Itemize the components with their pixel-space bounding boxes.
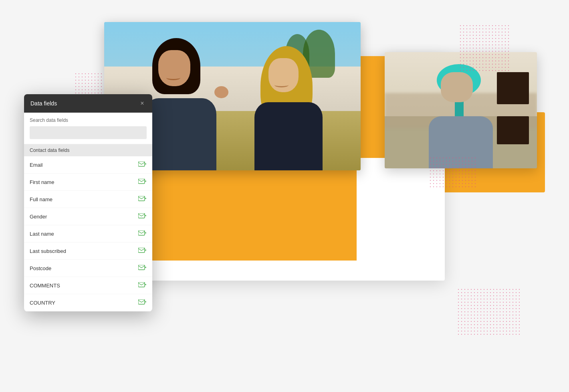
woman-blonde-body [254, 102, 323, 170]
item-label-country: COUNTRY [30, 300, 55, 306]
add-icon-country[interactable] [138, 299, 147, 306]
svg-rect-12 [138, 230, 145, 235]
list-item-full-name[interactable]: Full name [24, 191, 152, 208]
add-icon-last-name[interactable] [138, 230, 147, 237]
list-item-email[interactable]: Email [24, 156, 152, 174]
item-label-gender: Gender [30, 214, 47, 220]
svg-rect-15 [138, 248, 145, 253]
dark-block-top-right [497, 72, 529, 104]
smile-dark [166, 75, 180, 80]
panel-section-header: Contact data fields [24, 144, 152, 156]
item-label-postcode: Postcode [30, 265, 51, 271]
svg-rect-24 [138, 299, 145, 304]
list-item-last-subscribed[interactable]: Last subscribed [24, 242, 152, 260]
list-item-comments[interactable]: COMMENTS [24, 277, 152, 294]
add-icon-gender[interactable] [138, 213, 147, 220]
search-label: Search data fields [30, 117, 147, 123]
list-item-first-name[interactable]: First name [24, 174, 152, 191]
svg-rect-0 [138, 162, 145, 166]
list-item-gender[interactable]: Gender [24, 208, 152, 225]
panel-title: Data fields [30, 100, 57, 107]
close-icon: × [140, 100, 144, 107]
item-label-comments: COMMENTS [30, 283, 60, 289]
item-label-email: Email [30, 162, 43, 168]
dots-mid-right [429, 156, 477, 188]
svg-rect-18 [138, 265, 145, 270]
list-item-last-name[interactable]: Last name [24, 225, 152, 242]
panel-header: Data fields × [24, 94, 152, 113]
smile-blonde [274, 83, 289, 87]
add-icon-last-subscribed[interactable] [138, 247, 147, 255]
dots-top-right [459, 24, 511, 72]
svg-rect-9 [138, 213, 145, 218]
woman-dark-face [158, 50, 190, 86]
add-icon-comments[interactable] [138, 282, 147, 289]
dark-block-bottom-right [497, 116, 529, 144]
add-icon-first-name[interactable] [138, 178, 147, 186]
add-icon-email[interactable] [138, 161, 147, 168]
main-scene: Data fields × Search data fields Contact… [0, 0, 569, 392]
dots-bottom-right [457, 288, 521, 336]
list-item-postcode[interactable]: Postcode [24, 260, 152, 277]
data-fields-panel: Data fields × Search data fields Contact… [24, 94, 152, 311]
item-label-last-subscribed: Last subscribed [30, 248, 66, 254]
list-item-country[interactable]: COUNTRY [24, 294, 152, 311]
svg-rect-3 [138, 179, 145, 184]
woman-blonde-face [268, 58, 299, 92]
add-icon-postcode[interactable] [138, 265, 147, 272]
panel-search-area: Search data fields [24, 113, 152, 144]
hand [214, 86, 228, 98]
svg-rect-21 [138, 282, 145, 287]
item-label-first-name: First name [30, 179, 54, 185]
search-input[interactable] [30, 126, 147, 139]
item-label-full-name: Full name [30, 196, 52, 202]
close-button[interactable]: × [139, 100, 146, 107]
woman-dark-body [144, 98, 216, 170]
svg-rect-6 [138, 196, 145, 201]
add-icon-full-name[interactable] [138, 196, 147, 203]
blue-person-face [441, 72, 473, 102]
woman-blonde [248, 46, 337, 170]
item-label-last-name: Last name [30, 231, 54, 237]
